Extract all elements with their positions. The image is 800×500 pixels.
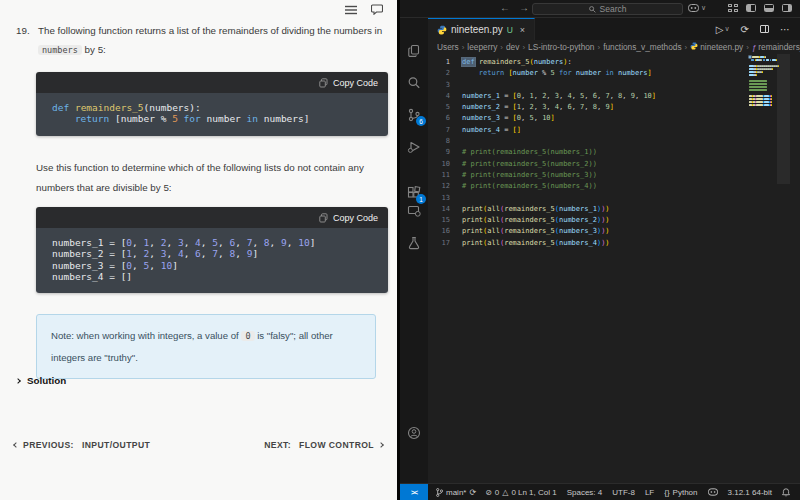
explorer-icon[interactable] [400,44,428,58]
extensions-icon[interactable]: 1 [400,186,428,200]
toggle-panel-icon[interactable] [764,4,774,12]
breadcrumb-item[interactable]: nineteen.py [690,42,743,52]
git-status-badge: U [507,25,513,35]
comments-icon[interactable] [371,4,383,15]
copilot-menu[interactable]: ∨ [688,4,706,12]
line-number: 14 [428,204,450,215]
back-icon[interactable]: ← [500,2,510,13]
toc-list-icon[interactable] [345,5,357,15]
copy-icon [319,209,328,227]
breadcrumb-item[interactable]: LS-intro-to-python [528,42,594,52]
line-number: 15 [428,215,450,226]
python-file-icon [690,42,698,52]
code-line: numbers_4 = [] [52,271,378,282]
indentation-setting[interactable]: Spaces: 4 [567,488,603,497]
toggle-primary-sidebar-icon[interactable] [746,4,756,12]
close-icon[interactable]: × [520,25,525,35]
customize-layout-icon[interactable] [728,4,738,12]
copy-code-button[interactable]: Copy Code [333,78,378,88]
breadcrumb-item[interactable]: ƒremainders_5 [752,42,800,52]
line-number: 12 [428,181,450,192]
editor-group: nineteen.py U × ▷ ∨ ⟳ ⋯ Users›leep [428,18,800,483]
python-interpreter[interactable]: 3.12.1 64-bit [728,488,772,497]
eol-setting[interactable]: LF [645,488,654,497]
chevron-left-icon [13,442,19,448]
tab-filename: nineteen.py [451,24,503,35]
code-line: print(all(remainders_5(numbers_4))) [462,238,748,249]
copy-code-button[interactable]: Copy Code [333,213,378,223]
language-mode[interactable]: {} Python [664,488,697,497]
breadcrumb-item[interactable]: Users [437,42,459,52]
remote-explorer-icon[interactable] [400,204,428,218]
run-python-file-button[interactable]: ▷ ∨ [716,24,730,35]
line-number: 13 [428,193,450,204]
search-icon [589,6,596,13]
exercise-instructions: Use this function to determine which of … [36,158,392,198]
line-number: 11 [428,170,450,181]
code-block-header: Copy Code [36,207,388,228]
encoding-setting[interactable]: UTF-8 [612,488,635,497]
status-bar: >< main* ⟳ ⊘ 0 △ 0 Ln 1, Col 1 Spaces: 4… [400,483,800,500]
breadcrumb-separator: › [522,43,525,52]
open-changes-icon[interactable]: ⟳ [741,24,749,35]
editor-scrollbar[interactable] [777,54,790,184]
toggle-secondary-sidebar-icon[interactable] [782,4,792,12]
line-number: 16 [428,226,450,237]
source-control-icon[interactable]: 6 [400,108,428,122]
code-line: def remainders_5(numbers): [52,102,378,113]
cursor-position[interactable]: Ln 1, Col 1 [518,488,557,497]
code-block-function: Copy Code def remainders_5(numbers): ret… [36,72,388,136]
problems-item[interactable]: ⊘ 0 △ 0 [485,488,516,497]
extensions-badge: 1 [416,194,426,204]
note-text-before: Note: when working with integers, a valu… [51,330,239,341]
run-icon: ▷ [716,24,724,35]
minimap[interactable] [749,56,776,107]
breadcrumb-item[interactable]: dev [506,42,519,52]
breadcrumb-item[interactable]: leeperry [467,42,497,52]
git-branch-item[interactable]: main* ⟳ [436,488,476,497]
line-number: 5 [428,102,450,113]
warnings-count: 0 [511,488,515,497]
remote-indicator[interactable]: >< [400,484,428,500]
code-line: numbers_3 = [0, 5, 10] [462,113,748,124]
breadcrumb-separator: › [685,43,688,52]
search-icon[interactable] [400,76,428,90]
more-actions-icon[interactable]: ⋯ [780,24,790,35]
line-number: 4 [428,91,450,102]
line-number: 3 [428,80,450,91]
chevron-right-icon [378,442,384,448]
testing-beaker-icon[interactable] [400,236,428,250]
account-icon[interactable] [400,426,428,440]
code-block-header: Copy Code [36,72,388,93]
warnings-icon: △ [502,488,508,497]
code-line: # print(remainders_5(numbers_1)) [462,147,748,158]
copilot-status-icon[interactable] [708,488,718,496]
python-file-icon [437,25,447,35]
line-number: 8 [428,136,450,147]
exercise-block: 19. The following function returns a lis… [16,21,390,60]
exercise-intro: The following function returns a list of… [38,21,390,60]
solution-label: Solution [27,375,66,386]
previous-lesson-link[interactable]: PREVIOUS: INPUT/OUTPUT [14,440,150,450]
vscode-titlebar: ← → Search ∨ [400,0,800,18]
lesson-pager: PREVIOUS: INPUT/OUTPUT NEXT: FLOW CONTRO… [14,440,383,450]
command-center-search[interactable]: Search [532,3,683,15]
docs-toolbar [345,4,383,15]
breadcrumb-separator: › [500,43,503,52]
vscode-window: ← → Search ∨ [400,0,800,500]
intro-text-before: The following function returns a list of… [38,25,382,36]
language-label: Python [673,488,698,497]
run-debug-icon[interactable] [400,140,428,154]
notifications-bell-icon[interactable] [782,488,790,497]
code-line: def remainders_5(numbers): [462,57,748,68]
next-lesson-link[interactable]: NEXT: FLOW CONTROL [264,440,383,450]
solution-toggle[interactable]: Solution [16,375,66,386]
tab-nineteen-py[interactable]: nineteen.py U × [428,18,535,40]
breadcrumb-item[interactable]: functions_v_methods [603,42,681,52]
forward-icon[interactable]: → [519,2,529,13]
line-number-gutter: 1234567891011121314151617 [428,57,450,249]
chevron-down-icon: ∨ [701,4,706,12]
line-number: 10 [428,159,450,170]
split-editor-icon[interactable] [760,25,769,33]
code-editor[interactable]: 1234567891011121314151617 def remainders… [428,54,800,483]
